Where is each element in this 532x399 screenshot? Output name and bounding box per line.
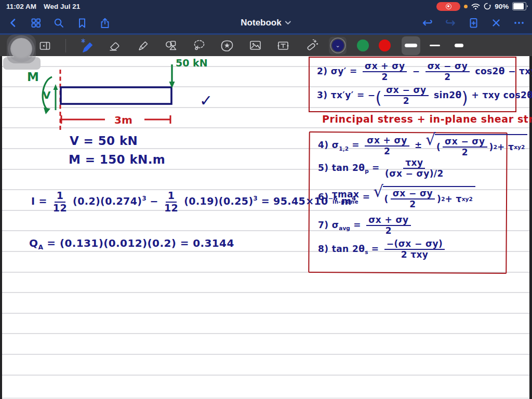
handwriting-formula-2-sigma-y-prime: 2) σy′ = σx + σy2 − σx − σy2 cos2θ − τxy… bbox=[317, 61, 532, 82]
text-tool-icon bbox=[276, 38, 290, 53]
moment-label: M bbox=[27, 70, 39, 84]
lasso-tool-icon bbox=[192, 38, 206, 52]
handwriting-formula-8-tan-2theta-s: 8) tan 2θs = −(σx − σy)2 τxy bbox=[318, 239, 447, 260]
beam-outline bbox=[61, 87, 171, 104]
sidebar-icon bbox=[38, 39, 51, 52]
battery-percent: 90% bbox=[495, 3, 509, 10]
status-date: Wed Jul 21 bbox=[44, 3, 80, 10]
handwriting-formula-5-tan-2theta-p: 5) tan 2θp = τxy(σx − σy)/2 bbox=[318, 158, 446, 179]
bookmark-button[interactable] bbox=[73, 15, 90, 31]
shear-label: V bbox=[43, 89, 51, 101]
sidebar-toggle-button[interactable] bbox=[34, 36, 55, 56]
handwriting-m-equation: M = 150 kN.m bbox=[69, 153, 165, 166]
wifi-icon bbox=[471, 3, 480, 10]
moment-arrowhead bbox=[44, 108, 50, 114]
back-button[interactable] bbox=[4, 15, 22, 31]
notebook-title-menu[interactable]: Notebook bbox=[241, 18, 291, 28]
lasso-tool-button[interactable] bbox=[189, 36, 209, 56]
search-icon bbox=[53, 17, 64, 29]
search-button[interactable] bbox=[50, 15, 68, 31]
color-slot-red bbox=[376, 37, 393, 55]
redo-icon: ↪ bbox=[445, 17, 456, 29]
thick-bar-icon bbox=[405, 44, 417, 47]
pen-tool-button[interactable] bbox=[76, 36, 97, 56]
principal-stress-heading: Principal stress + in-plane shear stress bbox=[322, 113, 532, 125]
length-label: 3m bbox=[114, 114, 132, 126]
assistive-touch-button[interactable] bbox=[7, 34, 36, 63]
color-slot-green bbox=[354, 37, 371, 55]
shear-arrowhead bbox=[54, 84, 58, 90]
selected-color-slot: ⌄ bbox=[329, 37, 347, 55]
color-swatch-red[interactable] bbox=[379, 39, 391, 51]
highlighter-tool-icon bbox=[136, 39, 150, 52]
undo-button[interactable]: ↩ bbox=[419, 15, 436, 31]
handwriting-formula-4-principal-stress: 4) σ1,2 = σx + σy2 ± √(σx − σy2)2 + τxy2 bbox=[318, 134, 527, 157]
add-page-icon bbox=[468, 17, 479, 29]
medium-bar-icon bbox=[455, 44, 463, 47]
text-tool-button[interactable] bbox=[273, 36, 294, 56]
thin-bar-icon bbox=[430, 45, 440, 47]
thumbnail-grid-icon bbox=[30, 17, 42, 29]
share-icon bbox=[99, 17, 110, 29]
eraser-tool-button[interactable] bbox=[104, 36, 125, 56]
toolbar-divider bbox=[65, 39, 66, 52]
wand-tool-button[interactable] bbox=[301, 36, 322, 56]
beam-diagram: 50 kN M V 3m ✓ bbox=[21, 58, 229, 141]
redo-button[interactable]: ↪ bbox=[442, 15, 459, 31]
shapes-tool-button[interactable] bbox=[161, 36, 181, 56]
back-chevron-icon bbox=[7, 17, 19, 29]
record-ring-icon bbox=[446, 4, 451, 9]
color-swatch-green[interactable] bbox=[357, 39, 369, 51]
clock-time: 11:02 AM bbox=[6, 3, 36, 10]
bookmark-icon bbox=[76, 17, 87, 29]
chevron-down-icon bbox=[285, 21, 291, 25]
close-note-button[interactable] bbox=[487, 15, 505, 31]
checkmark: ✓ bbox=[200, 91, 212, 110]
microphone-in-use-dot-icon bbox=[464, 5, 468, 8]
eraser-tool-icon bbox=[108, 39, 122, 52]
force-label: 50 kN bbox=[176, 58, 208, 69]
status-right: 90% bbox=[436, 2, 528, 11]
color-swatch-navy[interactable]: ⌄ bbox=[332, 39, 344, 51]
sticker-tool-button[interactable] bbox=[217, 36, 237, 56]
highlighter-tool-button[interactable] bbox=[132, 36, 153, 56]
canvas-background: 50 kN M V 3m ✓ Principal bbox=[0, 56, 532, 399]
thickness-option-medium[interactable] bbox=[449, 36, 468, 55]
handwriting-q-equation: QA = (0.131)(0.012)(0.2) = 0.3144 bbox=[29, 237, 234, 251]
assistive-touch-circle-icon bbox=[10, 38, 32, 60]
screen-recording-pill-icon[interactable] bbox=[436, 2, 460, 11]
image-tool-button[interactable] bbox=[245, 36, 265, 56]
share-button[interactable] bbox=[96, 15, 113, 31]
orientation-lock-icon bbox=[484, 3, 491, 10]
add-page-button[interactable] bbox=[464, 15, 482, 31]
swatch-chevron-down-icon: ⌄ bbox=[335, 43, 340, 48]
drawing-toolbar: ⌄ bbox=[0, 33, 532, 56]
pen-tool-icon bbox=[79, 38, 95, 54]
undo-icon: ↩ bbox=[422, 17, 433, 29]
more-options-button[interactable] bbox=[510, 15, 528, 31]
navigation-bar: Notebook ↩ ↪ bbox=[0, 12, 532, 33]
handwriting-formula-6-tau-max: 6) τmaxin-plane = √(σx − σy2)2 + τxy2 bbox=[318, 186, 475, 209]
page-thumbnails-button[interactable] bbox=[27, 15, 45, 31]
thickness-option-thick[interactable] bbox=[402, 36, 420, 55]
handwriting-v-equation: V = 50 kN bbox=[70, 134, 138, 148]
thickness-option-thin[interactable] bbox=[425, 36, 444, 55]
shapes-tool-icon bbox=[164, 38, 178, 52]
more-ellipsis-icon bbox=[513, 17, 525, 29]
battery-icon bbox=[512, 2, 528, 10]
handwriting-formula-3-tau-prime: 3) τx′y′ = −(σx − σy2 sin2θ) + τxy cos2θ bbox=[317, 85, 532, 106]
ipad-screen: 11:02 AM Wed Jul 21 90% bbox=[0, 0, 532, 399]
status-left: 11:02 AM Wed Jul 21 bbox=[6, 3, 80, 10]
notebook-title: Notebook bbox=[241, 18, 281, 28]
sticker-tool-icon bbox=[220, 38, 234, 53]
status-bar: 11:02 AM Wed Jul 21 90% bbox=[0, 0, 532, 12]
wand-tool-icon bbox=[304, 38, 318, 53]
image-tool-icon bbox=[248, 38, 262, 52]
note-canvas[interactable]: 50 kN M V 3m ✓ Principal bbox=[2, 56, 529, 397]
close-icon bbox=[491, 18, 501, 28]
handwriting-formula-7-sigma-avg: 7) σavg = σx + σy2 bbox=[318, 215, 413, 236]
pen-bluetooth-indicator-icon bbox=[82, 39, 85, 43]
handwriting-inertia-equation: I = 112 (0.2)(0.274)3 − 112 (0.19)(0.25)… bbox=[31, 190, 356, 213]
